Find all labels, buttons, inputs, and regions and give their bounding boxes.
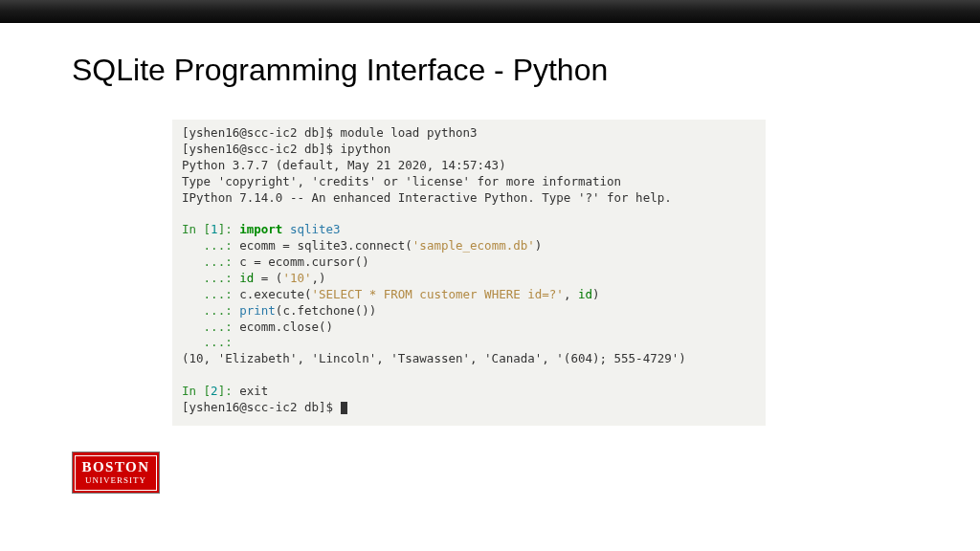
code-line: ecomm = sqlite3.connect( xyxy=(239,238,412,253)
code-line: c.execute( xyxy=(239,287,311,301)
code-line: , xyxy=(564,287,578,301)
terminal-screenshot: [yshen16@scc-ic2 db]$ module load python… xyxy=(172,120,766,426)
builtin-print: print xyxy=(239,303,276,318)
boston-university-logo: BOSTON UNIVERSITY xyxy=(72,452,160,494)
python-banner: IPython 7.14.0 -- An enhanced Interactiv… xyxy=(182,190,672,205)
output-line: (10, 'Elizabeth', 'Lincoln', 'Tsawassen'… xyxy=(182,351,686,365)
string-literal: '10' xyxy=(282,271,311,285)
code-line: ) xyxy=(592,287,600,301)
shell-cmd: ipython xyxy=(341,142,391,156)
cont-prompt: ...: xyxy=(182,287,239,301)
code-line: (c.fetchone()) xyxy=(276,303,376,318)
var-id: id xyxy=(578,287,592,301)
slide-title: SQLite Programming Interface - Python xyxy=(72,53,608,88)
cont-prompt: ...: xyxy=(182,254,239,269)
python-banner: Type 'copyright', 'credits' or 'license'… xyxy=(182,174,621,188)
shell-cmd: module load python3 xyxy=(341,125,478,140)
logo-text-bottom: UNIVERSITY xyxy=(78,476,154,485)
shell-prompt: [yshen16@scc-ic2 db]$ xyxy=(182,125,341,140)
keyword-import: import xyxy=(239,222,282,236)
logo-text-top: BOSTON xyxy=(78,460,154,474)
space xyxy=(282,222,290,236)
cont-prompt: ...: xyxy=(182,335,239,349)
code-line: ,) xyxy=(312,271,326,285)
code-exit: exit xyxy=(239,384,268,398)
python-banner: Python 3.7.7 (default, May 21 2020, 14:5… xyxy=(182,158,506,172)
cont-prompt: ...: xyxy=(182,303,239,318)
shell-prompt: [yshen16@scc-ic2 db]$ xyxy=(182,142,341,156)
cont-prompt: ...: xyxy=(182,238,239,253)
code-line: ecomm.close() xyxy=(239,320,333,334)
terminal-cursor xyxy=(341,402,347,414)
code-line: ) xyxy=(535,238,543,253)
ipython-in-prompt: In [1]: xyxy=(182,222,239,236)
var-id: id xyxy=(239,271,254,285)
window-top-bar xyxy=(0,0,980,23)
ipython-in-prompt: In [2]: xyxy=(182,384,239,398)
string-literal: 'SELECT * FROM customer WHERE id=?' xyxy=(311,287,563,301)
cont-prompt: ...: xyxy=(182,320,239,334)
module-sqlite3: sqlite3 xyxy=(290,222,341,236)
cont-prompt: ...: xyxy=(182,271,239,285)
string-literal: 'sample_ecomm.db' xyxy=(412,238,535,253)
shell-prompt: [yshen16@scc-ic2 db]$ xyxy=(182,400,341,414)
code-line: c = ecomm.cursor() xyxy=(239,254,368,269)
code-line: = ( xyxy=(254,271,282,285)
